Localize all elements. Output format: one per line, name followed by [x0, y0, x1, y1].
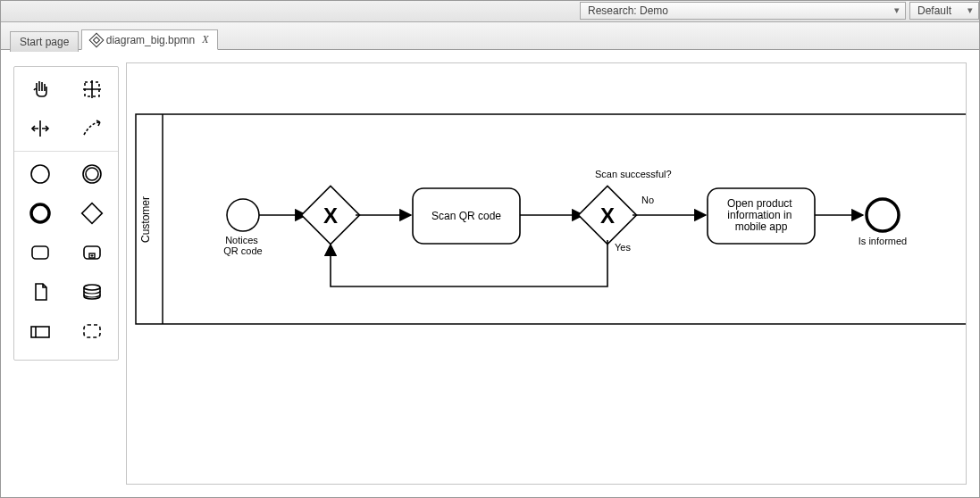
task-tool[interactable] — [20, 236, 61, 270]
start-event-tool[interactable] — [20, 157, 61, 191]
app-window: Research: Demo Default Start page diagra… — [0, 0, 980, 498]
global-connect-tool-button[interactable] — [71, 112, 113, 145]
svg-text:X: X — [600, 203, 615, 228]
tool-palette — [13, 66, 119, 361]
end-event-tool[interactable] — [20, 196, 61, 230]
space-tool-button[interactable] — [20, 112, 61, 145]
svg-rect-12 — [84, 325, 100, 337]
tab-strip: Start page diagram_big.bpmn X — [1, 22, 979, 50]
workspace: Customer Notices QR code X Sc — [1, 50, 979, 497]
close-tab-icon[interactable]: X — [202, 33, 208, 46]
bpmn-file-icon — [88, 32, 104, 47]
svg-rect-10 — [31, 327, 49, 337]
lane-label: Customer — [139, 196, 152, 243]
end-event[interactable] — [867, 199, 899, 231]
data-object-tool[interactable] — [20, 275, 61, 309]
svg-text:X: X — [323, 203, 338, 228]
workspace-dropdown[interactable]: Research: Demo — [580, 2, 906, 20]
pool[interactable] — [136, 114, 967, 324]
gateway-decision[interactable]: X — [578, 186, 636, 244]
svg-point-9 — [84, 285, 100, 290]
diagram-canvas-wrap: Customer Notices QR code X Sc — [126, 62, 967, 485]
preset-dropdown-value: Default — [917, 4, 951, 17]
preset-dropdown[interactable]: Default — [909, 2, 979, 20]
task-scan-qr-label: Scan QR code — [431, 210, 501, 222]
intermediate-event-tool[interactable] — [71, 157, 113, 191]
data-store-tool[interactable] — [71, 275, 113, 309]
lasso-tool-button[interactable] — [71, 72, 113, 106]
hand-tool-button[interactable] — [20, 72, 61, 106]
flow-yes-label: Yes — [615, 242, 631, 253]
start-event-label: Notices QR code — [223, 235, 262, 256]
subprocess-tool[interactable] — [71, 236, 113, 270]
start-event[interactable] — [227, 199, 259, 231]
svg-point-1 — [31, 165, 49, 183]
tab-start-page[interactable]: Start page — [10, 31, 79, 52]
flow-no-label: No — [641, 195, 654, 205]
pool-tool[interactable] — [20, 314, 61, 348]
group-tool[interactable] — [71, 314, 113, 348]
gateway-decision-label: Scan successful? — [595, 169, 672, 179]
svg-rect-6 — [32, 246, 48, 259]
tab-start-page-label: Start page — [20, 36, 69, 48]
svg-point-4 — [31, 204, 49, 222]
top-bar: Research: Demo Default — [1, 1, 979, 22]
gateway-merge[interactable]: X — [301, 186, 359, 244]
flow-yes-loop[interactable] — [331, 240, 607, 286]
task-open-product-label: Open product information in mobile app — [727, 197, 795, 233]
diagram-canvas[interactable]: Customer Notices QR code X Sc — [127, 63, 967, 485]
tab-diagram[interactable]: diagram_big.bpmn X — [81, 29, 219, 50]
workspace-dropdown-value: Research: Demo — [588, 4, 668, 17]
svg-point-3 — [86, 168, 98, 180]
gateway-tool[interactable] — [71, 196, 113, 230]
end-event-label: Is informed — [859, 236, 907, 246]
svg-rect-5 — [82, 203, 103, 224]
tab-diagram-label: diagram_big.bpmn — [106, 34, 195, 46]
